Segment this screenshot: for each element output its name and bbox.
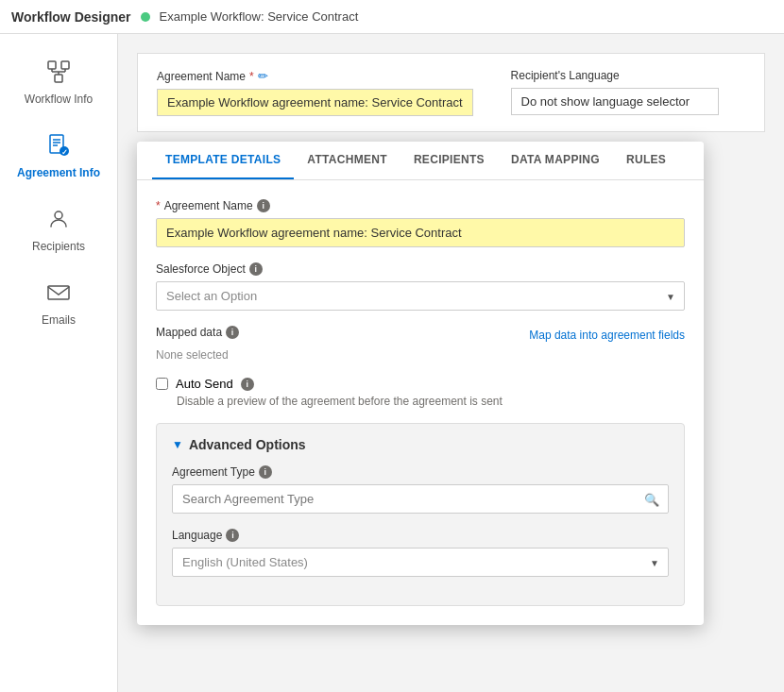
sidebar-item-label-emails: Emails — [42, 313, 76, 327]
auto-send-checkbox[interactable] — [156, 378, 168, 390]
tab-attachment[interactable]: ATTACHMENT — [294, 142, 401, 179]
auto-send-description: Disable a preview of the agreement befor… — [177, 395, 685, 408]
sidebar: Workflow Info ✓ Agreement Info — [0, 34, 118, 692]
recipients-icon — [45, 206, 72, 232]
advanced-options-section: ▼ Advanced Options Agreement Type i 🔍 — [156, 423, 685, 606]
edit-icon[interactable]: ✏ — [258, 69, 268, 83]
auto-send-info-icon[interactable]: i — [241, 378, 254, 391]
svg-rect-2 — [55, 75, 62, 82]
form-label-mapped-data: Mapped data i — [156, 326, 239, 339]
agreement-name-input[interactable] — [156, 218, 685, 247]
sidebar-item-emails[interactable]: Emails — [0, 264, 117, 338]
recipient-language-value: Do not show language selector — [511, 88, 719, 115]
map-data-link[interactable]: Map data into agreement fields — [529, 329, 685, 342]
svg-rect-1 — [61, 61, 69, 69]
required-marker: * — [156, 199, 161, 212]
form-field-agreement-type: Agreement Type i 🔍 — [172, 465, 669, 514]
required-star: * — [249, 70, 254, 83]
advanced-options-header[interactable]: ▼ Advanced Options — [172, 437, 669, 452]
agreement-name-info-icon[interactable]: i — [257, 199, 270, 212]
modal-tabs: TEMPLATE DETAILS ATTACHMENT RECIPIENTS D… — [137, 142, 704, 180]
form-field-agreement-name: * Agreement Name i — [156, 199, 685, 247]
svg-rect-0 — [48, 61, 56, 69]
form-field-language: Language i English (United States) — [172, 529, 669, 577]
sidebar-item-label-workflow-info: Workflow Info — [25, 93, 93, 106]
svg-rect-15 — [48, 286, 69, 299]
main-layout: Workflow Info ✓ Agreement Info — [0, 34, 784, 692]
search-icon: 🔍 — [644, 492, 659, 506]
language-select-wrapper: English (United States) — [172, 548, 669, 577]
agreement-info-icon-wrapper: ✓ — [42, 128, 76, 162]
sidebar-item-agreement-info[interactable]: ✓ Agreement Info — [0, 117, 117, 191]
agreement-name-label: Agreement Name * ✏ — [157, 69, 473, 83]
auto-send-row: Auto Send i — [156, 377, 685, 391]
sidebar-item-label-agreement-info: Agreement Info — [17, 166, 100, 179]
mapped-data-info-icon[interactable]: i — [226, 326, 239, 339]
emails-icon — [45, 279, 72, 306]
form-label-language: Language i — [172, 529, 669, 542]
agreement-name-section: Agreement Name * ✏ Example Workflow agre… — [137, 53, 765, 132]
salesforce-object-select-wrapper: Select an Option — [156, 281, 685, 311]
recipient-language-field-group: Recipient's Language Do not show languag… — [511, 69, 719, 115]
agreement-name-field-group: Agreement Name * ✏ Example Workflow agre… — [157, 69, 473, 116]
form-field-salesforce-object: Salesforce Object i Select an Option — [156, 262, 685, 311]
sidebar-item-workflow-info[interactable]: Workflow Info — [0, 43, 117, 117]
auto-send-label[interactable]: Auto Send — [176, 377, 233, 391]
workflow-info-icon-wrapper — [42, 55, 76, 89]
form-label-salesforce-object: Salesforce Object i — [156, 262, 685, 276]
svg-text:✓: ✓ — [61, 148, 68, 157]
recipient-language-label: Recipient's Language — [511, 69, 719, 82]
content-area: Agreement Name * ✏ Example Workflow agre… — [118, 34, 784, 692]
sidebar-item-label-recipients: Recipients — [32, 240, 85, 253]
status-dot — [141, 12, 150, 22]
agreement-name-value: Example Workflow agreement name: Service… — [157, 89, 473, 116]
top-bar: Workflow Designer Example Workflow: Serv… — [0, 0, 784, 34]
agreement-type-search-input[interactable] — [172, 484, 669, 514]
language-select[interactable]: English (United States) — [172, 548, 669, 577]
form-label-agreement-name: * Agreement Name i — [156, 199, 685, 212]
tab-rules[interactable]: RULES — [613, 142, 679, 179]
svg-point-14 — [55, 211, 62, 219]
agreement-icon: ✓ — [45, 132, 72, 159]
tab-recipients[interactable]: RECIPIENTS — [401, 142, 498, 179]
modal-panel: TEMPLATE DETAILS ATTACHMENT RECIPIENTS D… — [137, 142, 704, 625]
agreement-type-info-icon[interactable]: i — [259, 465, 272, 479]
mapped-data-row: Mapped data i Map data into agreement fi… — [156, 326, 685, 345]
mapped-data-value: None selected — [156, 348, 685, 362]
language-info-icon[interactable]: i — [226, 529, 239, 542]
agreement-type-search-wrapper: 🔍 — [172, 484, 669, 514]
emails-icon-wrapper — [42, 276, 76, 310]
form-field-mapped-data: Mapped data i Map data into agreement fi… — [156, 326, 685, 362]
modal-body: * Agreement Name i Salesforce Object i S… — [137, 180, 704, 625]
app-title: Workflow Designer — [11, 9, 131, 25]
recipients-icon-wrapper — [42, 202, 76, 236]
sidebar-item-recipients[interactable]: Recipients — [0, 191, 117, 264]
tab-data-mapping[interactable]: DATA MAPPING — [498, 142, 613, 179]
salesforce-object-select[interactable]: Select an Option — [156, 281, 685, 311]
chevron-icon: ▼ — [172, 438, 183, 451]
advanced-options-title: Advanced Options — [189, 437, 306, 452]
workflow-icon — [45, 59, 72, 85]
salesforce-object-info-icon[interactable]: i — [249, 262, 263, 276]
form-label-agreement-type: Agreement Type i — [172, 465, 669, 479]
tab-template-details[interactable]: TEMPLATE DETAILS — [152, 142, 294, 179]
workflow-name: Example Workflow: Service Contract — [160, 9, 359, 24]
